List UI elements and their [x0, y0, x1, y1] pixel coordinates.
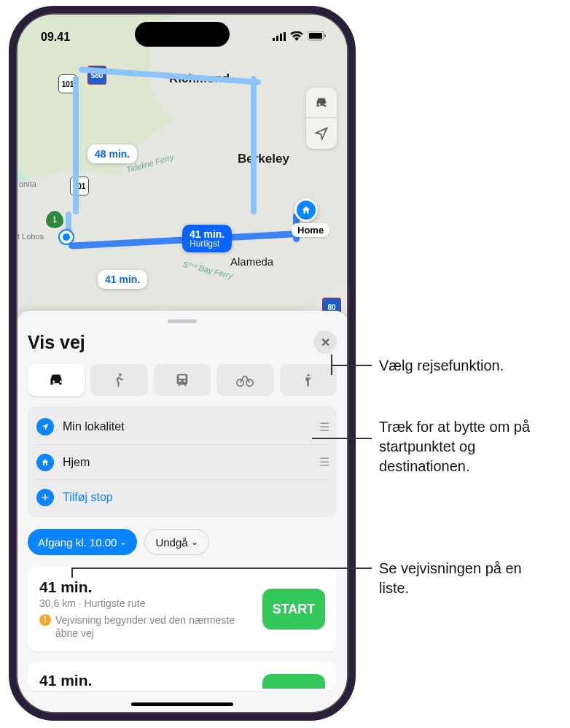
transport-mode-row — [28, 364, 337, 396]
avoid-chip[interactable]: Undgå ⌄ — [144, 529, 208, 555]
start-navigation-button[interactable]: START — [262, 589, 325, 630]
home-pin-icon[interactable] — [294, 198, 318, 222]
bike-icon — [235, 372, 254, 388]
phone-frame: 09.41 Richmond Berkeley Alameda t Lobos … — [9, 6, 356, 721]
close-icon: ✕ — [321, 336, 330, 349]
map-controls — [306, 88, 337, 149]
chevron-down-icon: ⌄ — [191, 537, 198, 547]
transit-icon — [174, 372, 190, 388]
stop-row-origin[interactable]: Min lokalitet ☰ — [36, 409, 328, 444]
cellular-icon — [273, 31, 286, 44]
home-pin-label: Home — [292, 223, 329, 237]
add-stop-label: Tilføj stop — [63, 491, 328, 504]
svg-rect-5 — [309, 33, 322, 39]
route-subtitle: 30,6 km · Hurtigste rute — [39, 597, 252, 609]
route-time-bubble-alt[interactable]: 48 min. — [87, 144, 137, 163]
chevron-down-icon: ⌄ — [120, 537, 127, 547]
map-label-alameda: Alameda — [230, 255, 273, 268]
mode-walk-button[interactable] — [90, 364, 147, 396]
map-label-bonita: onita — [19, 179, 36, 188]
stops-card: Min lokalitet ☰ Hjem ☰ + Tilføj stop — [28, 406, 337, 517]
svg-rect-3 — [284, 32, 286, 41]
route-result-card[interactable]: 41 min. 30,6 km · Hurtigste rute ! Vejvi… — [28, 567, 337, 651]
callout-mode: Vælg rejsefunktion. — [379, 356, 504, 376]
warning-icon: ! — [39, 614, 51, 626]
svg-point-7 — [119, 373, 122, 376]
map-view[interactable]: Richmond Berkeley Alameda t Lobos onita … — [17, 15, 347, 317]
mode-cycle-button[interactable] — [216, 364, 273, 396]
walk-icon — [112, 372, 128, 388]
map-label-berkeley: Berkeley — [238, 152, 289, 166]
route-time: 41 min. — [39, 578, 252, 596]
svg-rect-2 — [280, 34, 282, 41]
mode-rideshare-button[interactable] — [280, 364, 337, 396]
home-indicator[interactable] — [131, 702, 233, 706]
stop-row-destination[interactable]: Hjem ☰ — [36, 444, 328, 479]
map-label-lobos: t Lobos — [17, 232, 44, 241]
depart-time-label: Afgang kl. 10.00 — [38, 536, 117, 549]
svg-rect-0 — [273, 38, 275, 41]
sheet-title: Vis vej — [28, 332, 85, 353]
dynamic-island — [135, 22, 230, 47]
locate-me-button[interactable] — [306, 118, 337, 149]
callout-drag: Træk for at bytte om på startpunktet og … — [379, 417, 561, 476]
sheet-grabber[interactable] — [168, 320, 197, 323]
stop-destination-label: Hjem — [63, 456, 319, 469]
wifi-icon — [290, 31, 303, 44]
mode-transit-button[interactable] — [154, 364, 211, 396]
route-result-card[interactable]: 41 min. — [28, 662, 337, 691]
route-time-bubble-alt[interactable]: 41 min. — [98, 270, 147, 289]
person-hail-icon — [301, 372, 316, 388]
start-location-dot — [60, 231, 73, 244]
stop-origin-label: Min lokalitet — [63, 420, 319, 433]
close-button[interactable]: ✕ — [313, 330, 337, 354]
route-note-text: Vejvisning begynder ved den nærmeste åbn… — [55, 613, 252, 640]
svg-rect-1 — [276, 36, 278, 41]
route-note: ! Vejvisning begynder ved den nærmeste å… — [39, 613, 252, 640]
svg-point-10 — [307, 374, 309, 376]
route-time: 41 min. — [39, 672, 252, 689]
route-time-bubble-primary[interactable]: 41 min. Hurtigst — [182, 225, 232, 252]
start-navigation-button[interactable] — [262, 674, 325, 689]
transport-mode-map-button[interactable] — [306, 88, 337, 118]
battery-icon — [308, 31, 327, 44]
avoid-label: Undgå — [155, 536, 187, 549]
drag-handle-icon[interactable]: ☰ — [319, 455, 328, 469]
start-button-label: START — [273, 602, 316, 617]
location-arrow-icon — [36, 418, 54, 435]
svg-rect-6 — [324, 34, 326, 37]
route-shield: 1 — [45, 210, 64, 229]
plus-icon: + — [36, 489, 54, 506]
home-icon — [36, 454, 54, 471]
phone-screen: 09.41 Richmond Berkeley Alameda t Lobos … — [17, 15, 347, 712]
car-icon — [47, 371, 66, 390]
depart-time-chip[interactable]: Afgang kl. 10.00 ⌄ — [28, 529, 137, 555]
route-options-row: Afgang kl. 10.00 ⌄ Undgå ⌄ — [28, 529, 337, 555]
directions-sheet: Vis vej ✕ — [17, 311, 347, 712]
status-time: 09.41 — [41, 31, 70, 44]
callout-list: Se vejvisningen på en liste. — [379, 559, 539, 598]
drag-handle-icon[interactable]: ☰ — [319, 420, 328, 434]
mode-drive-button[interactable] — [28, 364, 85, 396]
add-stop-row[interactable]: + Tilføj stop — [36, 479, 328, 514]
